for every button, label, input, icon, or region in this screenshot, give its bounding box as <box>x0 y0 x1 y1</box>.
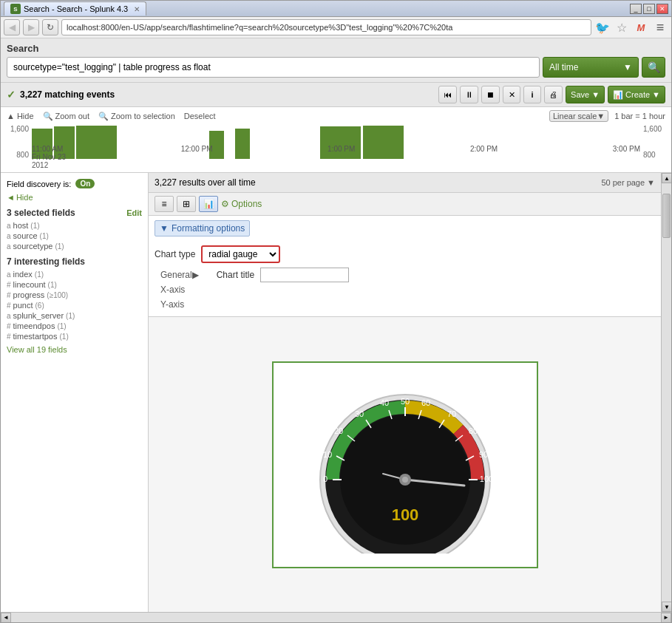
format-options-col: General ▶ X-axis Y-axis <box>155 268 205 312</box>
vertical-scrollbar[interactable]: ▲ ▼ <box>661 173 671 612</box>
histogram-y-labels: 1,600 800 <box>7 125 32 169</box>
formatting-header-row: ▼ Formatting options <box>155 220 655 241</box>
y-label-high: 1,600 <box>7 125 29 133</box>
per-page-chevron: ▼ <box>647 178 655 187</box>
list-item[interactable]: # timeendpos (1) <box>7 321 142 330</box>
zoom-selection-icon: 🔍 <box>98 112 109 121</box>
list-item[interactable]: # linecount (1) <box>7 280 142 289</box>
y-label-mid: 800 <box>7 151 29 159</box>
back-button[interactable]: ◀ <box>4 19 20 35</box>
hide-label: Hide <box>17 112 34 120</box>
yaxis-option[interactable]: Y-axis <box>155 297 205 312</box>
info-button[interactable]: i <box>523 86 541 103</box>
browser-toolbar: ◀ ▶ ↻ 🐦 ☆ M ≡ <box>1 17 671 38</box>
list-item[interactable]: a host (1) <box>7 221 142 230</box>
create-label: Create <box>625 90 650 99</box>
maximize-button[interactable]: □ <box>643 4 655 14</box>
deselect-button[interactable]: Deselect <box>184 112 216 121</box>
browser-tab[interactable]: S Search - Search - Splunk 4.3 ✕ <box>4 1 146 16</box>
field-count: (1) <box>55 242 64 251</box>
search-area: Search All time ▼ 🔍 <box>1 38 671 83</box>
print-button[interactable]: 🖨 <box>544 86 563 103</box>
histogram-time-labels: 11:00 AMFri Nov 232012 12:00 PM 1:00 PM … <box>32 145 640 169</box>
field-name: punct <box>13 301 33 310</box>
tab-table-view[interactable]: ⊞ <box>177 196 196 212</box>
list-item[interactable]: a index (1) <box>7 270 142 279</box>
refresh-button[interactable]: ↻ <box>42 19 58 35</box>
stop-button[interactable]: ⏹ <box>481 86 500 103</box>
tab-list-view[interactable]: ≡ <box>155 196 174 212</box>
y-label-right-high: 1,600 <box>643 125 665 133</box>
list-item[interactable]: a sourcetype (1) <box>7 242 142 251</box>
scale-dropdown[interactable]: Linear scale▼ <box>549 110 608 122</box>
scroll-right-button[interactable]: ► <box>661 613 671 623</box>
save-button[interactable]: Save ▼ <box>566 86 605 103</box>
field-name: sourcetype <box>13 242 53 251</box>
field-count: (1) <box>59 333 68 341</box>
scroll-up-button[interactable]: ▲ <box>662 173 671 183</box>
chart-type-select[interactable]: radial gauge filler gauge marker gauge l… <box>201 245 280 263</box>
view-all-fields-link[interactable]: View all 19 fields <box>7 345 142 354</box>
scroll-thumb[interactable] <box>662 194 671 238</box>
options-button[interactable]: Options <box>221 199 262 209</box>
rewind-button[interactable]: ⏮ <box>438 86 457 103</box>
field-discovery-label: Field discovery is: <box>7 180 71 188</box>
scroll-down-button[interactable]: ▼ <box>662 602 671 612</box>
formatting-options-toggle[interactable]: ▼ Formatting options <box>155 220 250 236</box>
chart-title-input[interactable] <box>260 268 349 282</box>
field-name: host <box>13 221 29 230</box>
zoom-out-button[interactable]: 🔍 Zoom out <box>43 112 89 121</box>
per-page-label: 50 per page <box>601 178 645 187</box>
time-range-label: All time <box>549 62 578 72</box>
xaxis-option[interactable]: X-axis <box>155 282 205 297</box>
forward-button[interactable]: ▶ <box>23 19 39 35</box>
chart-title-label: Chart title <box>217 270 254 280</box>
create-chevron: ▼ <box>652 90 660 99</box>
per-page-selector[interactable]: 50 per page ▼ <box>601 178 655 187</box>
field-discovery-toggle[interactable]: On <box>75 179 95 188</box>
gauge-container: 0 10 20 30 40 <box>272 361 538 568</box>
hide-sidebar-link[interactable]: ◄ Hide <box>7 193 142 202</box>
svg-text:80: 80 <box>468 426 477 435</box>
search-button[interactable]: 🔍 <box>642 57 665 78</box>
hide-timeline-button[interactable]: ▲ Hide <box>7 112 34 121</box>
horizontal-scrollbar[interactable]: ◄ ► <box>1 612 671 622</box>
histogram-bars: 11:00 AMFri Nov 232012 12:00 PM 1:00 PM … <box>32 125 640 169</box>
close-button[interactable]: ✕ <box>656 4 668 14</box>
edit-fields-link[interactable]: Edit <box>126 208 142 217</box>
field-name: source <box>13 231 38 240</box>
selected-fields-header: 3 selected fields Edit <box>7 208 142 218</box>
bookmark-icon[interactable]: ☆ <box>614 19 630 35</box>
address-bar[interactable] <box>61 19 591 35</box>
list-item[interactable]: # progress (≥100) <box>7 290 142 299</box>
field-name: timestartpos <box>13 332 58 341</box>
title-bar: S Search - Search - Splunk 4.3 ✕ _ □ ✕ <box>1 1 671 17</box>
selected-fields-list: a host (1) a source (1) a sourcetype (1) <box>7 221 142 251</box>
cancel-button[interactable]: ✕ <box>503 86 520 103</box>
search-input[interactable] <box>7 57 540 78</box>
field-name: index <box>13 270 33 279</box>
time-label-1300: 1:00 PM <box>327 145 355 169</box>
list-item[interactable]: a splunk_server (1) <box>7 311 142 320</box>
list-item[interactable]: # punct (6) <box>7 301 142 310</box>
field-type: # <box>7 322 11 330</box>
pause-button[interactable]: ⏸ <box>460 86 478 103</box>
minimize-button[interactable]: _ <box>630 4 642 14</box>
zoom-to-selection-button[interactable]: 🔍 Zoom to selection <box>98 112 175 121</box>
menu-icon[interactable]: ≡ <box>652 19 668 35</box>
list-item[interactable]: # timestartpos (1) <box>7 332 142 341</box>
list-item[interactable]: a source (1) <box>7 231 142 240</box>
field-count: (6) <box>35 302 44 310</box>
interesting-fields-header: 7 interesting fields <box>7 256 142 267</box>
gmail-icon[interactable]: M <box>633 19 649 35</box>
svg-point-35 <box>402 477 408 483</box>
results-header: 3,227 results over all time 50 per page … <box>149 173 661 193</box>
interesting-fields-list: a index (1) # linecount (1) # progress (… <box>7 270 142 341</box>
general-option[interactable]: General ▶ <box>155 268 205 282</box>
twitter-icon[interactable]: 🐦 <box>594 19 611 35</box>
scroll-left-button[interactable]: ◄ <box>1 613 11 623</box>
tab-chart-view[interactable]: 📊 <box>199 196 218 212</box>
tab-close-icon[interactable]: ✕ <box>134 5 140 13</box>
time-range-dropdown[interactable]: All time ▼ <box>543 57 639 78</box>
create-button[interactable]: 📊 Create ▼ <box>608 86 665 103</box>
